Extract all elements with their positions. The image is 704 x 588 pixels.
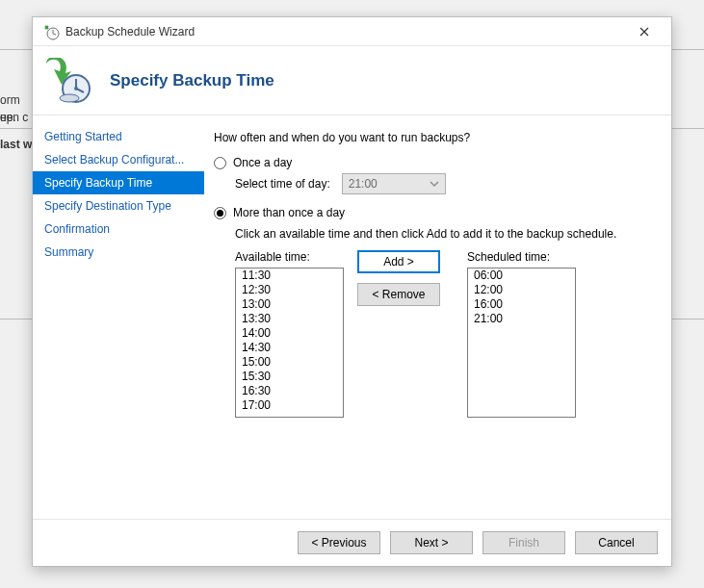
scheduled-time-label: Scheduled time: [467, 250, 576, 264]
radio-once-a-day-label: Once a day [233, 156, 292, 169]
finish-button: Finish [482, 531, 565, 554]
time-of-day-value: 21:00 [349, 177, 378, 191]
list-item[interactable]: 16:00 [468, 297, 575, 312]
step-confirmation[interactable]: Confirmation [33, 217, 204, 241]
select-time-of-day-label: Select time of day: [235, 177, 330, 191]
add-button[interactable]: Add > [357, 250, 440, 273]
chevron-down-icon [430, 178, 439, 189]
previous-button[interactable]: < Previous [298, 531, 380, 554]
list-item[interactable]: 11:30 [236, 268, 343, 283]
next-button[interactable]: Next > [390, 531, 473, 554]
list-item[interactable]: 21:00 [468, 312, 575, 326]
cancel-button[interactable]: Cancel [575, 531, 658, 554]
available-time-label: Available time: [235, 250, 344, 264]
page-heading: Specify Backup Time [110, 71, 274, 90]
question-text: How often and when do you want to run ba… [214, 131, 654, 144]
wizard-steps-sidebar: Getting Started Select Backup Configurat… [33, 115, 204, 519]
dialog-title: Backup Schedule Wizard [65, 25, 625, 38]
step-summary[interactable]: Summary [33, 241, 204, 264]
list-item[interactable]: 15:30 [236, 370, 343, 384]
wizard-content: How often and when do you want to run ba… [204, 115, 671, 519]
list-item[interactable]: 15:00 [236, 355, 343, 370]
list-item[interactable]: 13:30 [236, 312, 343, 326]
list-item[interactable]: 14:00 [236, 326, 343, 341]
step-specify-backup-time[interactable]: Specify Backup Time [33, 171, 204, 194]
wizard-footer: < Previous Next > Finish Cancel [33, 519, 671, 566]
list-item[interactable]: 14:30 [236, 341, 343, 355]
scheduled-time-listbox[interactable]: 06:00 12:00 16:00 21:00 [467, 268, 576, 418]
wizard-dialog: Backup Schedule Wizard Specify Backup Ti… [32, 16, 672, 567]
time-of-day-dropdown[interactable]: 21:00 [342, 173, 446, 194]
step-getting-started[interactable]: Getting Started [33, 125, 204, 148]
list-item[interactable]: 13:00 [236, 297, 343, 312]
more-than-once-instruction: Click an available time and then click A… [235, 227, 654, 241]
step-specify-destination-type[interactable]: Specify Destination Type [33, 194, 204, 217]
remove-button[interactable]: < Remove [357, 283, 440, 306]
list-item[interactable]: 17:00 [236, 398, 343, 413]
list-item[interactable]: 12:00 [468, 283, 575, 297]
wizard-icon [42, 58, 92, 104]
list-item[interactable]: 16:30 [236, 384, 343, 398]
close-icon [639, 27, 649, 37]
bg-text: orm [0, 93, 20, 107]
available-time-listbox[interactable]: 11:30 12:30 13:00 13:30 14:00 14:30 15:0… [235, 268, 344, 418]
radio-more-than-once-label: More than once a day [233, 206, 345, 219]
header-band: Specify Backup Time [33, 46, 671, 115]
titlebar: Backup Schedule Wizard [33, 17, 671, 46]
step-select-backup-configuration[interactable]: Select Backup Configurat... [33, 148, 204, 171]
list-item[interactable]: 06:00 [468, 268, 575, 283]
bg-text: up. [0, 111, 16, 124]
radio-more-than-once[interactable] [214, 207, 226, 219]
svg-point-3 [60, 94, 79, 102]
radio-once-a-day[interactable] [214, 157, 226, 169]
backup-schedule-icon [42, 23, 60, 40]
close-button[interactable] [625, 18, 664, 45]
list-item[interactable]: 12:30 [236, 283, 343, 297]
bg-text: last w [0, 138, 32, 151]
